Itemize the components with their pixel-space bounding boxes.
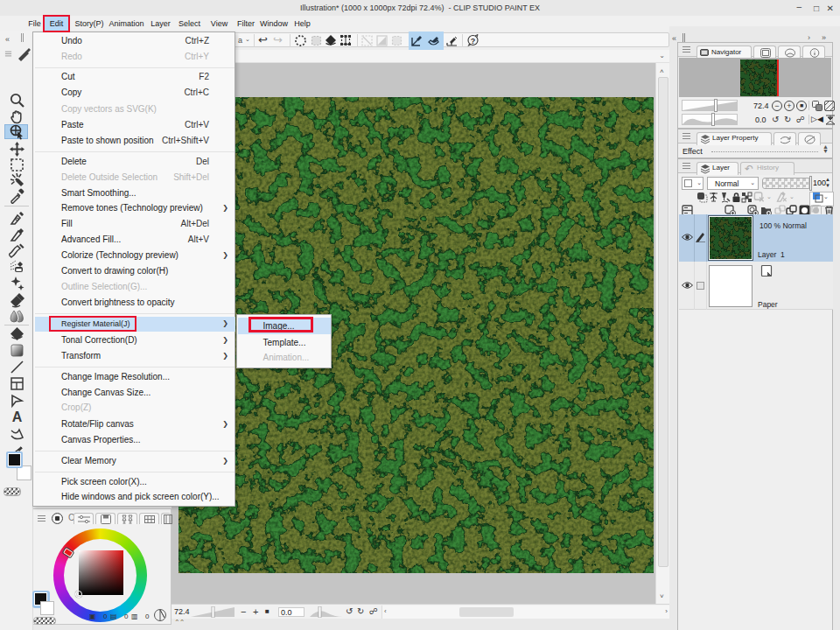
- svg-text:A: A: [12, 410, 23, 424]
- svg-text:?: ?: [471, 37, 476, 46]
